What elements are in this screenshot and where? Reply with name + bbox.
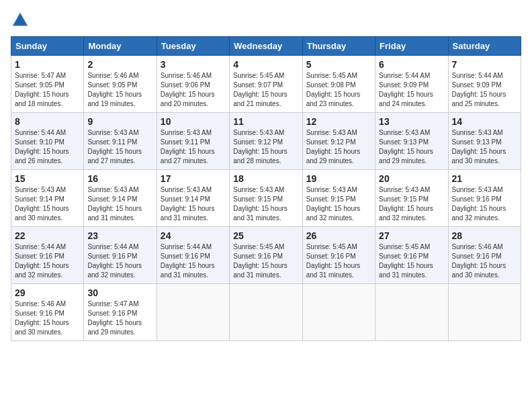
- day-info: Sunrise: 5:44 AMSunset: 9:16 PMDaylight:…: [161, 242, 226, 280]
- day-number: 4: [233, 59, 298, 70]
- calendar-day-5: 5Sunrise: 5:45 AMSunset: 9:08 PMDaylight…: [302, 56, 375, 113]
- day-number: 19: [306, 173, 371, 184]
- column-header-friday: Friday: [375, 37, 448, 56]
- day-number: 23: [87, 230, 152, 241]
- day-info: Sunrise: 5:43 AMSunset: 9:13 PMDaylight:…: [379, 128, 444, 166]
- column-header-sunday: Sunday: [11, 37, 84, 56]
- day-number: 1: [15, 59, 80, 70]
- calendar-week-1: 1Sunrise: 5:47 AMSunset: 9:05 PMDaylight…: [11, 56, 521, 113]
- day-number: 26: [306, 230, 371, 241]
- day-number: 21: [452, 173, 517, 184]
- calendar-day-28: 28Sunrise: 5:46 AMSunset: 9:16 PMDayligh…: [448, 227, 521, 284]
- day-info: Sunrise: 5:44 AMSunset: 9:09 PMDaylight:…: [379, 71, 444, 109]
- day-number: 12: [306, 116, 371, 127]
- empty-cell: [375, 284, 448, 341]
- day-number: 9: [87, 116, 152, 127]
- day-info: Sunrise: 5:46 AMSunset: 9:06 PMDaylight:…: [161, 71, 226, 109]
- calendar-day-25: 25Sunrise: 5:45 AMSunset: 9:16 PMDayligh…: [230, 227, 302, 284]
- day-number: 13: [379, 116, 444, 127]
- calendar-day-4: 4Sunrise: 5:45 AMSunset: 9:07 PMDaylight…: [230, 56, 302, 113]
- day-number: 18: [233, 173, 298, 184]
- day-number: 7: [452, 59, 517, 70]
- calendar-day-23: 23Sunrise: 5:44 AMSunset: 9:16 PMDayligh…: [84, 227, 157, 284]
- day-info: Sunrise: 5:44 AMSunset: 9:09 PMDaylight:…: [452, 71, 517, 109]
- calendar-day-3: 3Sunrise: 5:46 AMSunset: 9:06 PMDaylight…: [157, 56, 229, 113]
- day-info: Sunrise: 5:44 AMSunset: 9:10 PMDaylight:…: [15, 128, 80, 166]
- day-number: 3: [161, 59, 226, 70]
- day-number: 17: [161, 173, 226, 184]
- day-info: Sunrise: 5:43 AMSunset: 9:14 PMDaylight:…: [161, 185, 226, 223]
- day-number: 14: [452, 116, 517, 127]
- calendar-day-6: 6Sunrise: 5:44 AMSunset: 9:09 PMDaylight…: [375, 56, 448, 113]
- calendar-day-14: 14Sunrise: 5:43 AMSunset: 9:13 PMDayligh…: [448, 113, 521, 170]
- day-number: 24: [161, 230, 226, 241]
- day-info: Sunrise: 5:43 AMSunset: 9:15 PMDaylight:…: [379, 185, 444, 223]
- day-info: Sunrise: 5:43 AMSunset: 9:14 PMDaylight:…: [87, 185, 152, 223]
- day-number: 27: [379, 230, 444, 241]
- day-info: Sunrise: 5:43 AMSunset: 9:13 PMDaylight:…: [452, 128, 517, 166]
- day-number: 25: [233, 230, 298, 241]
- calendar-day-24: 24Sunrise: 5:44 AMSunset: 9:16 PMDayligh…: [157, 227, 229, 284]
- day-info: Sunrise: 5:43 AMSunset: 9:15 PMDaylight:…: [233, 185, 298, 223]
- calendar-day-13: 13Sunrise: 5:43 AMSunset: 9:13 PMDayligh…: [375, 113, 448, 170]
- calendar-day-29: 29Sunrise: 5:46 AMSunset: 9:16 PMDayligh…: [11, 284, 84, 341]
- calendar-week-2: 8Sunrise: 5:44 AMSunset: 9:10 PMDaylight…: [11, 113, 521, 170]
- day-number: 20: [379, 173, 444, 184]
- day-info: Sunrise: 5:47 AMSunset: 9:05 PMDaylight:…: [15, 71, 80, 109]
- column-header-saturday: Saturday: [448, 37, 521, 56]
- day-info: Sunrise: 5:43 AMSunset: 9:16 PMDaylight:…: [452, 185, 517, 223]
- logo-icon: [11, 11, 30, 30]
- logo: [11, 11, 32, 30]
- calendar-week-5: 29Sunrise: 5:46 AMSunset: 9:16 PMDayligh…: [11, 284, 521, 341]
- day-info: Sunrise: 5:44 AMSunset: 9:16 PMDaylight:…: [15, 242, 80, 280]
- day-info: Sunrise: 5:45 AMSunset: 9:16 PMDaylight:…: [379, 242, 444, 280]
- day-info: Sunrise: 5:46 AMSunset: 9:16 PMDaylight:…: [15, 300, 80, 337]
- day-info: Sunrise: 5:43 AMSunset: 9:11 PMDaylight:…: [161, 128, 226, 166]
- calendar-week-3: 15Sunrise: 5:43 AMSunset: 9:14 PMDayligh…: [11, 170, 521, 227]
- day-info: Sunrise: 5:46 AMSunset: 9:05 PMDaylight:…: [87, 71, 152, 109]
- calendar-day-8: 8Sunrise: 5:44 AMSunset: 9:10 PMDaylight…: [11, 113, 84, 170]
- calendar-day-16: 16Sunrise: 5:43 AMSunset: 9:14 PMDayligh…: [84, 170, 157, 227]
- calendar-day-17: 17Sunrise: 5:43 AMSunset: 9:14 PMDayligh…: [157, 170, 229, 227]
- calendar-day-21: 21Sunrise: 5:43 AMSunset: 9:16 PMDayligh…: [448, 170, 521, 227]
- calendar: SundayMondayTuesdayWednesdayThursdayFrid…: [11, 36, 521, 341]
- calendar-day-18: 18Sunrise: 5:43 AMSunset: 9:15 PMDayligh…: [230, 170, 302, 227]
- day-number: 5: [306, 59, 371, 70]
- day-info: Sunrise: 5:45 AMSunset: 9:07 PMDaylight:…: [233, 71, 298, 109]
- day-info: Sunrise: 5:45 AMSunset: 9:16 PMDaylight:…: [306, 242, 371, 280]
- day-info: Sunrise: 5:43 AMSunset: 9:15 PMDaylight:…: [306, 185, 371, 223]
- day-number: 10: [161, 116, 226, 127]
- empty-cell: [157, 284, 229, 341]
- empty-cell: [448, 284, 521, 341]
- column-header-wednesday: Wednesday: [230, 37, 302, 56]
- day-number: 16: [87, 173, 152, 184]
- day-number: 6: [379, 59, 444, 70]
- calendar-day-10: 10Sunrise: 5:43 AMSunset: 9:11 PMDayligh…: [157, 113, 229, 170]
- day-info: Sunrise: 5:43 AMSunset: 9:14 PMDaylight:…: [15, 185, 80, 223]
- day-number: 22: [15, 230, 80, 241]
- column-header-monday: Monday: [84, 37, 157, 56]
- calendar-day-27: 27Sunrise: 5:45 AMSunset: 9:16 PMDayligh…: [375, 227, 448, 284]
- day-info: Sunrise: 5:43 AMSunset: 9:12 PMDaylight:…: [233, 128, 298, 166]
- calendar-day-19: 19Sunrise: 5:43 AMSunset: 9:15 PMDayligh…: [302, 170, 375, 227]
- calendar-header-row: SundayMondayTuesdayWednesdayThursdayFrid…: [11, 37, 521, 56]
- calendar-day-9: 9Sunrise: 5:43 AMSunset: 9:11 PMDaylight…: [84, 113, 157, 170]
- calendar-day-22: 22Sunrise: 5:44 AMSunset: 9:16 PMDayligh…: [11, 227, 84, 284]
- calendar-day-11: 11Sunrise: 5:43 AMSunset: 9:12 PMDayligh…: [230, 113, 302, 170]
- calendar-day-26: 26Sunrise: 5:45 AMSunset: 9:16 PMDayligh…: [302, 227, 375, 284]
- empty-cell: [230, 284, 302, 341]
- calendar-day-12: 12Sunrise: 5:43 AMSunset: 9:12 PMDayligh…: [302, 113, 375, 170]
- calendar-day-20: 20Sunrise: 5:43 AMSunset: 9:15 PMDayligh…: [375, 170, 448, 227]
- day-number: 15: [15, 173, 80, 184]
- calendar-week-4: 22Sunrise: 5:44 AMSunset: 9:16 PMDayligh…: [11, 227, 521, 284]
- day-number: 2: [87, 59, 152, 70]
- day-number: 28: [452, 230, 517, 241]
- day-info: Sunrise: 5:45 AMSunset: 9:08 PMDaylight:…: [306, 71, 371, 109]
- calendar-day-15: 15Sunrise: 5:43 AMSunset: 9:14 PMDayligh…: [11, 170, 84, 227]
- column-header-tuesday: Tuesday: [157, 37, 229, 56]
- day-number: 30: [87, 287, 152, 298]
- day-info: Sunrise: 5:43 AMSunset: 9:12 PMDaylight:…: [306, 128, 371, 166]
- day-info: Sunrise: 5:47 AMSunset: 9:16 PMDaylight:…: [87, 300, 152, 337]
- calendar-day-7: 7Sunrise: 5:44 AMSunset: 9:09 PMDaylight…: [448, 56, 521, 113]
- calendar-day-2: 2Sunrise: 5:46 AMSunset: 9:05 PMDaylight…: [84, 56, 157, 113]
